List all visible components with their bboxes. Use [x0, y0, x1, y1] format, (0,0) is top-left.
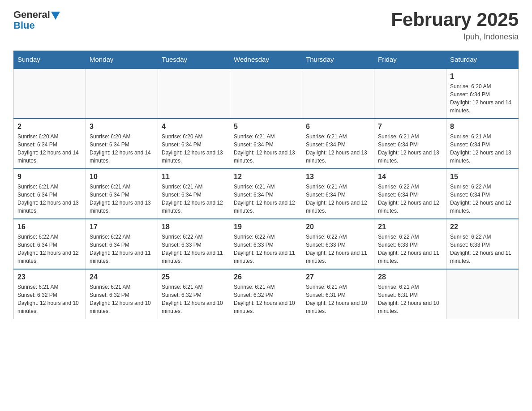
weekday-header-sunday: Sunday — [14, 51, 86, 68]
calendar-cell: 25Sunrise: 6:21 AM Sunset: 6:32 PM Dayli… — [158, 269, 230, 319]
day-info: Sunrise: 6:21 AM Sunset: 6:32 PM Dayligh… — [90, 283, 154, 315]
calendar-cell — [302, 68, 374, 119]
day-info: Sunrise: 6:22 AM Sunset: 6:33 PM Dayligh… — [234, 233, 298, 265]
week-row-5: 23Sunrise: 6:21 AM Sunset: 6:32 PM Dayli… — [14, 269, 519, 319]
calendar-cell — [446, 269, 519, 319]
day-number: 2 — [17, 123, 82, 131]
day-number: 10 — [90, 173, 154, 181]
day-number: 7 — [378, 123, 442, 131]
calendar-cell: 13Sunrise: 6:21 AM Sunset: 6:34 PM Dayli… — [302, 169, 374, 219]
day-number: 12 — [234, 173, 298, 181]
day-number: 15 — [450, 173, 515, 181]
day-info: Sunrise: 6:22 AM Sunset: 6:33 PM Dayligh… — [162, 233, 226, 265]
day-info: Sunrise: 6:21 AM Sunset: 6:34 PM Dayligh… — [306, 133, 370, 165]
day-info: Sunrise: 6:21 AM Sunset: 6:34 PM Dayligh… — [450, 133, 515, 165]
week-row-3: 9Sunrise: 6:21 AM Sunset: 6:34 PM Daylig… — [14, 169, 519, 219]
calendar-cell: 23Sunrise: 6:21 AM Sunset: 6:32 PM Dayli… — [14, 269, 86, 319]
calendar-cell: 11Sunrise: 6:21 AM Sunset: 6:34 PM Dayli… — [158, 169, 230, 219]
day-info: Sunrise: 6:22 AM Sunset: 6:34 PM Dayligh… — [378, 183, 442, 215]
day-info: Sunrise: 6:22 AM Sunset: 6:33 PM Dayligh… — [306, 233, 370, 265]
day-info: Sunrise: 6:20 AM Sunset: 6:34 PM Dayligh… — [162, 133, 226, 165]
day-info: Sunrise: 6:21 AM Sunset: 6:34 PM Dayligh… — [234, 133, 298, 165]
day-number: 13 — [306, 173, 370, 181]
day-info: Sunrise: 6:21 AM Sunset: 6:34 PM Dayligh… — [90, 183, 154, 215]
title-section: February 2025 Ipuh, Indonesia — [391, 9, 519, 42]
weekday-header-saturday: Saturday — [446, 51, 519, 68]
week-row-1: 1Sunrise: 6:20 AM Sunset: 6:34 PM Daylig… — [14, 68, 519, 119]
logo: General Blue — [13, 9, 60, 31]
day-number: 17 — [90, 223, 154, 231]
day-info: Sunrise: 6:20 AM Sunset: 6:34 PM Dayligh… — [90, 133, 154, 165]
day-number: 11 — [162, 173, 226, 181]
month-title: February 2025 — [391, 9, 519, 30]
day-number: 23 — [17, 273, 82, 281]
day-number: 19 — [234, 223, 298, 231]
day-info: Sunrise: 6:21 AM Sunset: 6:31 PM Dayligh… — [378, 283, 442, 315]
day-number: 28 — [378, 273, 442, 281]
calendar-cell: 24Sunrise: 6:21 AM Sunset: 6:32 PM Dayli… — [86, 269, 158, 319]
day-info: Sunrise: 6:22 AM Sunset: 6:34 PM Dayligh… — [90, 233, 154, 265]
calendar-cell: 12Sunrise: 6:21 AM Sunset: 6:34 PM Dayli… — [230, 169, 302, 219]
day-info: Sunrise: 6:21 AM Sunset: 6:34 PM Dayligh… — [162, 183, 226, 215]
calendar-table: SundayMondayTuesdayWednesdayThursdayFrid… — [13, 51, 519, 319]
calendar-cell: 7Sunrise: 6:21 AM Sunset: 6:34 PM Daylig… — [374, 119, 446, 169]
day-info: Sunrise: 6:22 AM Sunset: 6:33 PM Dayligh… — [378, 233, 442, 265]
day-number: 14 — [378, 173, 442, 181]
day-number: 16 — [17, 223, 82, 231]
day-info: Sunrise: 6:21 AM Sunset: 6:34 PM Dayligh… — [234, 183, 298, 215]
calendar-cell: 10Sunrise: 6:21 AM Sunset: 6:34 PM Dayli… — [86, 169, 158, 219]
calendar-cell: 4Sunrise: 6:20 AM Sunset: 6:34 PM Daylig… — [158, 119, 230, 169]
day-number: 18 — [162, 223, 226, 231]
calendar-cell: 21Sunrise: 6:22 AM Sunset: 6:33 PM Dayli… — [374, 219, 446, 269]
calendar-cell: 19Sunrise: 6:22 AM Sunset: 6:33 PM Dayli… — [230, 219, 302, 269]
calendar-cell: 3Sunrise: 6:20 AM Sunset: 6:34 PM Daylig… — [86, 119, 158, 169]
day-info: Sunrise: 6:22 AM Sunset: 6:34 PM Dayligh… — [450, 183, 515, 215]
calendar-cell: 20Sunrise: 6:22 AM Sunset: 6:33 PM Dayli… — [302, 219, 374, 269]
calendar-cell — [86, 68, 158, 119]
day-info: Sunrise: 6:20 AM Sunset: 6:34 PM Dayligh… — [17, 133, 82, 165]
calendar-cell: 6Sunrise: 6:21 AM Sunset: 6:34 PM Daylig… — [302, 119, 374, 169]
day-number: 27 — [306, 273, 370, 281]
calendar-cell — [374, 68, 446, 119]
weekday-header-friday: Friday — [374, 51, 446, 68]
day-number: 4 — [162, 123, 226, 131]
day-number: 6 — [306, 123, 370, 131]
day-info: Sunrise: 6:20 AM Sunset: 6:34 PM Dayligh… — [450, 82, 515, 115]
day-number: 26 — [234, 273, 298, 281]
day-number: 21 — [378, 223, 442, 231]
calendar-cell: 17Sunrise: 6:22 AM Sunset: 6:34 PM Dayli… — [86, 219, 158, 269]
calendar-cell: 16Sunrise: 6:22 AM Sunset: 6:34 PM Dayli… — [14, 219, 86, 269]
day-info: Sunrise: 6:21 AM Sunset: 6:32 PM Dayligh… — [17, 283, 82, 315]
day-number: 8 — [450, 123, 515, 131]
day-info: Sunrise: 6:21 AM Sunset: 6:31 PM Dayligh… — [306, 283, 370, 315]
logo-triangle-icon — [51, 12, 60, 20]
calendar-cell: 5Sunrise: 6:21 AM Sunset: 6:34 PM Daylig… — [230, 119, 302, 169]
calendar-cell — [230, 68, 302, 119]
day-number: 9 — [17, 173, 82, 181]
day-info: Sunrise: 6:21 AM Sunset: 6:34 PM Dayligh… — [378, 133, 442, 165]
day-info: Sunrise: 6:21 AM Sunset: 6:32 PM Dayligh… — [162, 283, 226, 315]
calendar-cell: 8Sunrise: 6:21 AM Sunset: 6:34 PM Daylig… — [446, 119, 519, 169]
day-number: 20 — [306, 223, 370, 231]
calendar-cell — [14, 68, 86, 119]
calendar-cell: 26Sunrise: 6:21 AM Sunset: 6:32 PM Dayli… — [230, 269, 302, 319]
weekday-header-wednesday: Wednesday — [230, 51, 302, 68]
logo-general-text: General — [13, 9, 50, 21]
day-number: 25 — [162, 273, 226, 281]
calendar-cell: 9Sunrise: 6:21 AM Sunset: 6:34 PM Daylig… — [14, 169, 86, 219]
week-row-4: 16Sunrise: 6:22 AM Sunset: 6:34 PM Dayli… — [14, 219, 519, 269]
day-info: Sunrise: 6:21 AM Sunset: 6:34 PM Dayligh… — [306, 183, 370, 215]
day-info: Sunrise: 6:22 AM Sunset: 6:33 PM Dayligh… — [450, 233, 515, 265]
calendar-cell: 22Sunrise: 6:22 AM Sunset: 6:33 PM Dayli… — [446, 219, 519, 269]
weekday-header-tuesday: Tuesday — [158, 51, 230, 68]
day-number: 3 — [90, 123, 154, 131]
location: Ipuh, Indonesia — [391, 32, 519, 42]
day-number: 22 — [450, 223, 515, 231]
calendar-cell — [158, 68, 230, 119]
calendar-cell: 2Sunrise: 6:20 AM Sunset: 6:34 PM Daylig… — [14, 119, 86, 169]
logo-blue-text: Blue — [13, 20, 35, 31]
calendar-cell: 14Sunrise: 6:22 AM Sunset: 6:34 PM Dayli… — [374, 169, 446, 219]
calendar-cell: 27Sunrise: 6:21 AM Sunset: 6:31 PM Dayli… — [302, 269, 374, 319]
weekday-header-row: SundayMondayTuesdayWednesdayThursdayFrid… — [14, 51, 519, 68]
day-info: Sunrise: 6:21 AM Sunset: 6:32 PM Dayligh… — [234, 283, 298, 315]
